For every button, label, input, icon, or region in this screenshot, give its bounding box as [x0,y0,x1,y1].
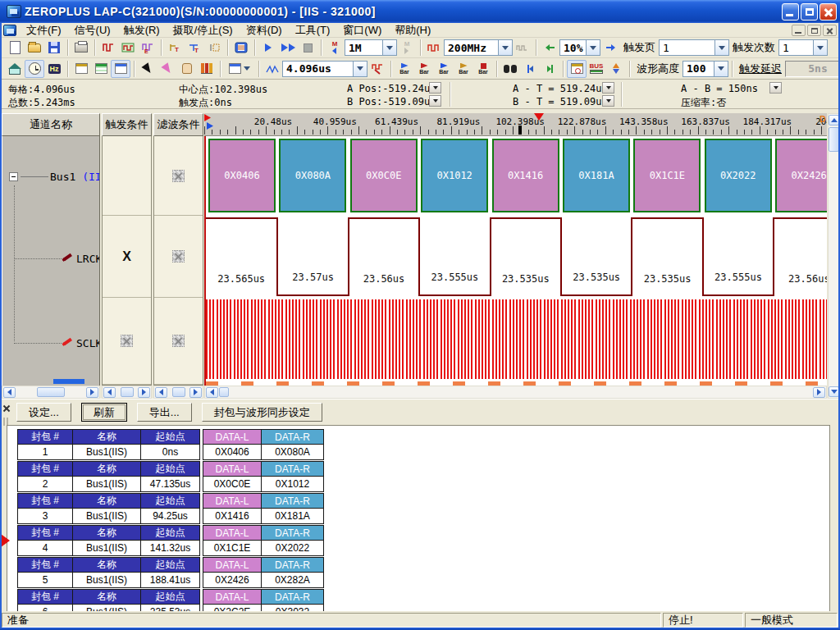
sample-rate-combo[interactable]: 200MHz [444,39,513,56]
mdi-restore-button[interactable] [807,25,821,36]
menu-item-6[interactable]: 工具(T) [289,22,337,39]
mark-tool-button[interactable] [158,60,177,78]
waveform-scroll-thumb[interactable] [219,387,229,397]
sclk-waveform-row[interactable] [206,298,827,386]
trigger-delay-value[interactable]: 5ns [785,61,840,77]
next-edge-button[interactable] [540,60,559,78]
trigger-mark2-button[interactable]: T [185,39,204,57]
sclk-trigger-cell[interactable] [103,298,151,385]
filter-hscrollbar[interactable] [153,386,203,399]
print-button[interactable] [71,39,91,57]
sample-rate-button[interactable] [424,39,444,57]
bus-view-button[interactable]: BUS [587,60,606,78]
lrck-waveform-row[interactable]: 23.565us23.57us23.56us23.555us23.535us23… [206,216,827,298]
b-bar-button[interactable]: Bar [434,60,454,78]
close-button[interactable] [819,3,837,21]
bus-analysis-button[interactable] [231,39,251,57]
names-scroll-left-button[interactable] [3,387,16,398]
trigger-position-marker[interactable] [534,113,544,121]
menu-item-1[interactable]: 文件(F) [20,22,68,39]
time-div-combo[interactable]: 4.096us [282,61,368,77]
packet-row-6[interactable]: 封包 #名称起始点DATA-LDATA-R6Bus1(IIS)235.53us0… [17,589,324,612]
t-bar-button[interactable]: Bar [454,60,473,78]
waveform-hscrollbar[interactable] [204,386,827,399]
trigger-count-combo[interactable]: 1 [778,39,828,56]
packet-row-2[interactable]: 封包 #名称起始点DATA-LDATA-R2Bus1(IIS)47.135us0… [17,461,324,492]
trigger-page-dropdown[interactable] [714,40,728,55]
run-button[interactable] [258,39,278,57]
display-mode-button[interactable] [224,60,255,78]
menu-item-4[interactable]: 摄取/停止(S) [167,22,240,39]
b-pos-dropdown[interactable] [429,95,441,107]
wave-height-combo[interactable]: 100 [682,61,728,77]
zoom-tool-button[interactable] [262,60,282,78]
trigger-pos-left-button[interactable] [540,39,559,57]
repeat-run-button[interactable] [278,39,298,57]
clock-view-button[interactable] [25,60,44,78]
lrck-filter-checkbox[interactable] [172,250,185,262]
names-scroll-right-button[interactable] [86,387,98,398]
new-file-button[interactable] [5,39,25,57]
trigger-scroll-right-button[interactable] [138,387,150,398]
packet-table[interactable]: 封包 #名称起始点DATA-LDATA-R1Bus1(IIS)0ns0X0406… [7,425,830,612]
lrck-pen-icon[interactable] [62,253,72,262]
memory-next-page-button[interactable]: M [397,39,417,57]
waveform-scroll-left-button[interactable] [206,387,218,398]
time-ruler[interactable]: 20.48us40.959us61.439us81.919us102.398us… [204,113,827,136]
packet-row-3[interactable]: 封包 #名称起始点DATA-LDATA-R3Bus1(IIS)94.25us0X… [17,493,324,524]
trigger-pos-right-button[interactable] [600,39,620,57]
trigger-mark1-button[interactable]: T [165,39,185,57]
packet-row-5[interactable]: 封包 #名称起始点DATA-LDATA-R5Bus1(IIS)188.41us0… [17,557,324,588]
bus1-filter-checkbox[interactable] [172,170,185,182]
filter-scroll-left-button[interactable] [155,387,167,398]
trigger-mark3-button[interactable] [204,39,224,57]
trigger-page-combo[interactable]: 1 [659,39,729,56]
a-bar-marker[interactable] [204,114,211,121]
minimize-button[interactable] [782,3,799,21]
lrck-trigger-cell[interactable]: X [103,216,151,298]
home-button[interactable] [5,60,25,78]
names-scroll-thumb[interactable] [37,387,65,397]
menu-item-5[interactable]: 资料(D) [240,22,289,39]
a-b-dropdown[interactable] [769,82,782,94]
trigger-ratio-combo[interactable]: 10% [559,39,600,56]
measurement-button[interactable] [197,60,217,78]
waveform-display[interactable]: 0X04060X080A0X0C0E0X10120X14160X181A0X1C… [204,136,827,386]
a-bar-button[interactable]: Bar [414,60,434,78]
bar-button[interactable]: Bar [395,60,414,78]
mdi-close-button[interactable] [823,25,837,36]
lrck-filter-cell[interactable] [154,216,203,298]
wave-height-dropdown[interactable] [714,62,728,76]
a-pos-dropdown[interactable] [429,82,441,94]
sclk-filter-cell[interactable] [154,298,203,385]
data-contrast-button[interactable] [606,60,626,78]
packet-panel-close-button[interactable] [2,404,11,413]
bus1-filter-cell[interactable] [154,136,203,216]
state-list-window-button[interactable] [91,60,111,78]
bus1-waveform-row[interactable]: 0X04060X080A0X0C0E0X10120X14160X181A0X1C… [206,136,827,216]
waveform-scroll-right-button[interactable] [813,387,825,398]
stop-button[interactable] [298,39,317,57]
trigger-hscrollbar[interactable] [102,386,152,399]
a-t-dropdown[interactable] [602,82,614,94]
memory-depth-combo[interactable]: 1M [345,39,397,56]
sclk-pen-icon[interactable] [62,338,72,347]
sampling-setup-button[interactable] [98,39,118,57]
time-div-dropdown[interactable] [353,62,367,76]
channel-sclk[interactable]: SCLK [76,337,100,349]
prev-edge-button[interactable] [520,60,540,78]
packet-button-1[interactable]: 设定... [16,403,71,422]
packet-button-2[interactable]: 刷新 [81,403,127,422]
sample-rate-dropdown[interactable] [498,40,512,55]
trigger-scroll-thumb[interactable] [121,387,134,397]
title-bar[interactable]: ZEROPLUS LAP-C(321000)(S/N:00000000001) … [0,0,840,23]
filter-scroll-right-button[interactable] [189,387,202,398]
bus-setup-button[interactable]: E [138,39,158,57]
sclk-filter-checkbox[interactable] [172,335,185,347]
open-file-button[interactable] [25,39,44,57]
menu-item-8[interactable]: 帮助(H) [388,22,437,39]
b-t-dropdown[interactable] [602,95,614,107]
select-tool-button[interactable] [138,60,158,78]
names-hscrollbar[interactable] [2,386,100,399]
mdi-minimize-button[interactable] [792,25,806,36]
